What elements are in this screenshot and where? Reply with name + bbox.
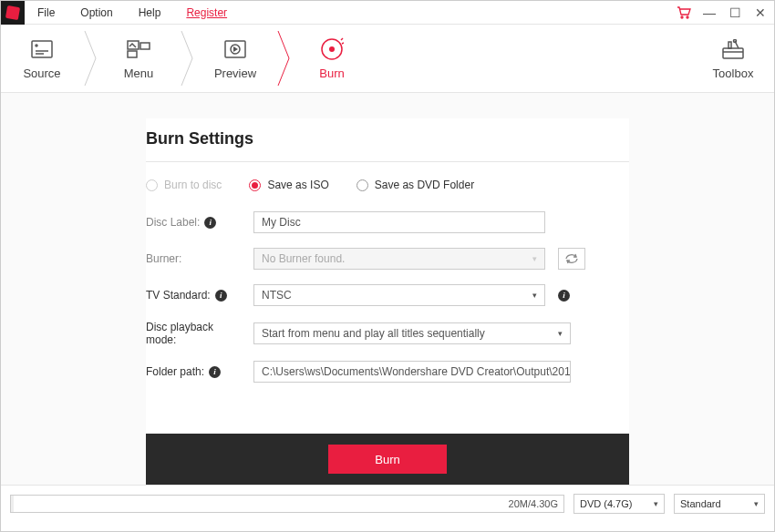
svg-point-1 (687, 16, 688, 18)
status-bar: 20M/4.30G DVD (4.7G)▾ Standard▾ (1, 485, 774, 521)
size-text: 20M/4.30G (509, 498, 558, 509)
playback-mode-select[interactable]: Start from menu and play all titles sequ… (253, 322, 571, 344)
disc-label-row: Disc Label: i (146, 211, 629, 233)
tv-standard-select[interactable]: NTSC▾ (253, 284, 545, 306)
info-icon[interactable]: i (204, 217, 216, 229)
info-icon[interactable]: i (558, 290, 570, 302)
svg-line-15 (342, 43, 344, 44)
svg-point-13 (329, 46, 335, 52)
svg-rect-7 (140, 43, 150, 49)
tab-source[interactable]: Source (1, 25, 83, 92)
burner-label: Burner: (146, 252, 246, 265)
menu-icon (127, 37, 150, 61)
quality-select[interactable]: Standard▾ (674, 494, 765, 514)
info-icon[interactable]: i (215, 290, 227, 302)
playback-mode-row: Disc playback mode: Start from menu and … (146, 321, 629, 346)
close-button[interactable]: ✕ (752, 5, 769, 21)
tab-preview[interactable]: Preview (194, 25, 276, 92)
folder-path-row: Folder path: i C:\Users\ws\Documents\Won… (146, 361, 629, 383)
tab-separator (276, 25, 291, 92)
tab-toolbox-label: Toolbox (713, 66, 754, 80)
svg-point-0 (681, 16, 683, 18)
svg-marker-11 (233, 46, 238, 52)
disc-label-label: Disc Label: i (146, 216, 246, 229)
burn-settings-panel: Burn Settings Burn to disc Save as ISO S… (146, 118, 629, 485)
panel-divider (146, 161, 629, 162)
playback-mode-label: Disc playback mode: (146, 321, 246, 346)
radio-burn-to-disc: Burn to disc (146, 179, 222, 191)
tabs-bar: Source Menu Preview Burn Toolbox (1, 25, 774, 93)
folder-path-label: Folder path: i (146, 365, 246, 378)
app-icon (1, 1, 25, 25)
menu-help[interactable]: Help (126, 1, 174, 25)
radio-save-iso-label: Save as ISO (267, 179, 328, 191)
tv-standard-row: TV Standard: i NTSC▾ i (146, 284, 629, 306)
burn-button[interactable]: Burn (328, 445, 447, 474)
tab-menu[interactable]: Menu (98, 25, 180, 92)
tab-preview-label: Preview (214, 66, 256, 80)
burn-bar: Burn (146, 434, 629, 485)
panel-title: Burn Settings (146, 118, 629, 161)
tab-toolbox[interactable]: Toolbox (692, 25, 774, 93)
preview-icon (223, 37, 247, 61)
radio-save-dvd-folder[interactable]: Save as DVD Folder (356, 179, 474, 191)
tab-menu-label: Menu (124, 66, 154, 80)
minimize-button[interactable]: — (701, 5, 718, 21)
svg-rect-16 (723, 48, 743, 58)
radio-save-iso[interactable]: Save as ISO (249, 179, 328, 191)
main-area: Burn Settings Burn to disc Save as ISO S… (1, 93, 774, 485)
toolbox-icon (721, 37, 745, 61)
titlebar: File Option Help Register — ☐ ✕ (1, 1, 774, 25)
maximize-button[interactable]: ☐ (727, 5, 743, 21)
disc-label-input[interactable] (253, 211, 545, 233)
source-icon (30, 37, 54, 61)
size-progress: 20M/4.30G (10, 495, 564, 513)
refresh-burner-button[interactable] (558, 248, 585, 270)
tab-burn-label: Burn (319, 66, 344, 80)
menu-register[interactable]: Register (173, 1, 240, 25)
tab-separator (83, 25, 98, 92)
burn-icon (320, 37, 344, 61)
info-icon[interactable]: i (209, 366, 221, 378)
radio-save-dvd-folder-label: Save as DVD Folder (375, 179, 474, 191)
main-menu: File Option Help Register (25, 1, 240, 25)
menu-option[interactable]: Option (67, 1, 125, 25)
tab-separator (180, 25, 194, 92)
burner-row: Burner: No Burner found.▾ (146, 248, 629, 270)
radio-burn-to-disc-label: Burn to disc (164, 179, 222, 191)
output-type-radios: Burn to disc Save as ISO Save as DVD Fol… (146, 179, 629, 191)
cart-icon[interactable] (676, 5, 692, 21)
svg-rect-8 (128, 51, 137, 57)
folder-path-input[interactable]: C:\Users\ws\Documents\Wondershare DVD Cr… (253, 361, 571, 383)
svg-line-14 (341, 38, 343, 40)
window-controls: — ☐ ✕ (676, 1, 769, 25)
tab-burn[interactable]: Burn (291, 25, 373, 92)
tv-standard-label: TV Standard: i (146, 289, 246, 302)
tab-source-label: Source (23, 66, 60, 80)
disc-type-select[interactable]: DVD (4.7G)▾ (574, 494, 665, 514)
svg-rect-2 (32, 41, 52, 57)
svg-rect-18 (728, 42, 731, 48)
menu-file[interactable]: File (25, 1, 67, 25)
burner-select: No Burner found.▾ (253, 248, 545, 270)
svg-point-3 (36, 45, 37, 46)
progress-fill (11, 496, 14, 512)
